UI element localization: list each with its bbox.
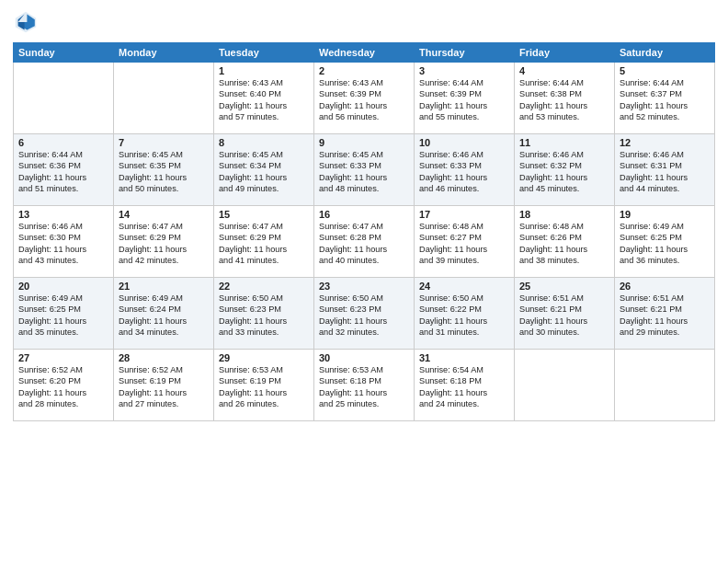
day-number: 1 bbox=[219, 65, 309, 76]
cell-content: Sunrise: 6:46 AMSunset: 6:33 PMDaylight:… bbox=[419, 149, 509, 195]
day-number: 19 bbox=[620, 209, 710, 220]
cell-line: and 39 minutes. bbox=[419, 255, 509, 266]
calendar-cell: 18Sunrise: 6:48 AMSunset: 6:26 PMDayligh… bbox=[515, 206, 615, 278]
cell-line: Daylight: 11 hours bbox=[219, 244, 309, 255]
cell-line: Sunrise: 6:51 AM bbox=[620, 293, 710, 304]
cell-content: Sunrise: 6:45 AMSunset: 6:35 PMDaylight:… bbox=[119, 149, 209, 195]
calendar-cell: 26Sunrise: 6:51 AMSunset: 6:21 PMDayligh… bbox=[615, 278, 715, 350]
cell-line: Sunrise: 6:50 AM bbox=[319, 293, 409, 304]
calendar-cell: 27Sunrise: 6:52 AMSunset: 6:20 PMDayligh… bbox=[14, 350, 114, 421]
calendar-cell: 15Sunrise: 6:47 AMSunset: 6:29 PMDayligh… bbox=[214, 206, 314, 278]
cell-line: Daylight: 11 hours bbox=[18, 244, 108, 255]
cell-line: Sunset: 6:39 PM bbox=[319, 88, 409, 99]
cell-line: Sunset: 6:28 PM bbox=[319, 232, 409, 243]
calendar-week-2: 6Sunrise: 6:44 AMSunset: 6:36 PMDaylight… bbox=[14, 134, 715, 206]
cell-line: and 49 minutes. bbox=[219, 183, 309, 194]
cell-line: Sunset: 6:29 PM bbox=[219, 232, 309, 243]
calendar-cell: 25Sunrise: 6:51 AMSunset: 6:21 PMDayligh… bbox=[515, 278, 615, 350]
cell-content: Sunrise: 6:45 AMSunset: 6:34 PMDaylight:… bbox=[219, 149, 309, 195]
cell-line: and 26 minutes. bbox=[219, 398, 309, 409]
cell-line: and 25 minutes. bbox=[319, 398, 409, 409]
cell-line: Daylight: 11 hours bbox=[620, 244, 710, 255]
cell-line: and 57 minutes. bbox=[219, 111, 309, 122]
cell-line: Sunset: 6:24 PM bbox=[119, 304, 209, 315]
cell-line: and 43 minutes. bbox=[18, 255, 108, 266]
cell-line: and 56 minutes. bbox=[319, 111, 409, 122]
cell-content: Sunrise: 6:47 AMSunset: 6:29 PMDaylight:… bbox=[119, 221, 209, 267]
day-number: 11 bbox=[519, 137, 609, 148]
cell-line: Sunset: 6:19 PM bbox=[119, 375, 209, 386]
calendar-cell: 31Sunrise: 6:54 AMSunset: 6:18 PMDayligh… bbox=[415, 350, 515, 421]
cell-content: Sunrise: 6:46 AMSunset: 6:31 PMDaylight:… bbox=[620, 149, 710, 195]
calendar-cell: 30Sunrise: 6:53 AMSunset: 6:18 PMDayligh… bbox=[314, 350, 415, 421]
calendar-week-4: 20Sunrise: 6:49 AMSunset: 6:25 PMDayligh… bbox=[14, 278, 715, 350]
cell-line: and 53 minutes. bbox=[519, 111, 609, 122]
cell-line: Daylight: 11 hours bbox=[519, 316, 609, 327]
cell-line: Daylight: 11 hours bbox=[519, 244, 609, 255]
cell-line: and 46 minutes. bbox=[419, 183, 509, 194]
day-number: 21 bbox=[119, 281, 209, 292]
cell-line: Sunset: 6:20 PM bbox=[18, 375, 108, 386]
cell-line: Daylight: 11 hours bbox=[419, 100, 509, 111]
day-header-monday: Monday bbox=[114, 43, 214, 63]
cell-content: Sunrise: 6:47 AMSunset: 6:28 PMDaylight:… bbox=[319, 221, 409, 267]
cell-line: and 51 minutes. bbox=[18, 183, 108, 194]
cell-line: Daylight: 11 hours bbox=[219, 316, 309, 327]
cell-line: Daylight: 11 hours bbox=[319, 100, 409, 111]
calendar-cell: 19Sunrise: 6:49 AMSunset: 6:25 PMDayligh… bbox=[615, 206, 715, 278]
cell-line: Sunset: 6:31 PM bbox=[620, 160, 710, 171]
cell-line: Sunrise: 6:50 AM bbox=[219, 293, 309, 304]
cell-content: Sunrise: 6:51 AMSunset: 6:21 PMDaylight:… bbox=[519, 293, 609, 339]
calendar-cell: 5Sunrise: 6:44 AMSunset: 6:37 PMDaylight… bbox=[615, 63, 715, 134]
cell-line: Sunrise: 6:51 AM bbox=[519, 293, 609, 304]
cell-line: Sunset: 6:22 PM bbox=[419, 304, 509, 315]
day-number: 16 bbox=[319, 209, 409, 220]
calendar-cell: 17Sunrise: 6:48 AMSunset: 6:27 PMDayligh… bbox=[415, 206, 515, 278]
calendar-cell: 28Sunrise: 6:52 AMSunset: 6:19 PMDayligh… bbox=[114, 350, 214, 421]
day-number: 7 bbox=[119, 137, 209, 148]
cell-line: Sunrise: 6:49 AM bbox=[18, 293, 108, 304]
cell-line: Sunrise: 6:46 AM bbox=[620, 149, 710, 160]
cell-content: Sunrise: 6:43 AMSunset: 6:40 PMDaylight:… bbox=[219, 77, 309, 123]
day-number: 15 bbox=[219, 209, 309, 220]
cell-line: Sunset: 6:25 PM bbox=[620, 232, 710, 243]
day-number: 3 bbox=[419, 65, 509, 76]
calendar-cell: 9Sunrise: 6:45 AMSunset: 6:33 PMDaylight… bbox=[314, 134, 415, 206]
cell-line: Sunrise: 6:46 AM bbox=[519, 149, 609, 160]
logo-icon bbox=[13, 9, 39, 35]
cell-content: Sunrise: 6:53 AMSunset: 6:19 PMDaylight:… bbox=[219, 364, 309, 410]
header bbox=[13, 9, 715, 35]
cell-line: Sunset: 6:33 PM bbox=[419, 160, 509, 171]
cell-line: Sunset: 6:19 PM bbox=[219, 375, 309, 386]
cell-line: Daylight: 11 hours bbox=[119, 172, 209, 183]
calendar-cell: 3Sunrise: 6:44 AMSunset: 6:39 PMDaylight… bbox=[415, 63, 515, 134]
cell-line: Sunrise: 6:52 AM bbox=[119, 364, 209, 375]
cell-line: and 27 minutes. bbox=[119, 398, 209, 409]
cell-line: Sunset: 6:18 PM bbox=[319, 375, 409, 386]
cell-content: Sunrise: 6:48 AMSunset: 6:27 PMDaylight:… bbox=[419, 221, 509, 267]
cell-line: Sunset: 6:33 PM bbox=[319, 160, 409, 171]
calendar-cell: 11Sunrise: 6:46 AMSunset: 6:32 PMDayligh… bbox=[515, 134, 615, 206]
cell-line: and 35 minutes. bbox=[18, 327, 108, 338]
cell-line: Daylight: 11 hours bbox=[18, 387, 108, 398]
cell-line: Daylight: 11 hours bbox=[419, 387, 509, 398]
day-number: 20 bbox=[18, 281, 108, 292]
cell-line: Sunrise: 6:47 AM bbox=[219, 221, 309, 232]
day-number: 9 bbox=[319, 137, 409, 148]
day-number: 27 bbox=[18, 352, 108, 363]
cell-line: and 28 minutes. bbox=[18, 398, 108, 409]
cell-line: Daylight: 11 hours bbox=[18, 316, 108, 327]
cell-line: Sunrise: 6:53 AM bbox=[219, 364, 309, 375]
day-number: 8 bbox=[219, 137, 309, 148]
day-header-tuesday: Tuesday bbox=[214, 43, 314, 63]
day-header-sunday: Sunday bbox=[14, 43, 114, 63]
cell-line: Sunrise: 6:47 AM bbox=[119, 221, 209, 232]
cell-content: Sunrise: 6:49 AMSunset: 6:24 PMDaylight:… bbox=[119, 293, 209, 339]
cell-line: Sunrise: 6:48 AM bbox=[419, 221, 509, 232]
cell-line: Sunrise: 6:43 AM bbox=[219, 77, 309, 88]
cell-line: Sunset: 6:36 PM bbox=[18, 160, 108, 171]
cell-line: and 44 minutes. bbox=[620, 183, 710, 194]
cell-line: Sunrise: 6:49 AM bbox=[620, 221, 710, 232]
day-number: 5 bbox=[620, 65, 710, 76]
cell-content: Sunrise: 6:44 AMSunset: 6:38 PMDaylight:… bbox=[519, 77, 609, 123]
